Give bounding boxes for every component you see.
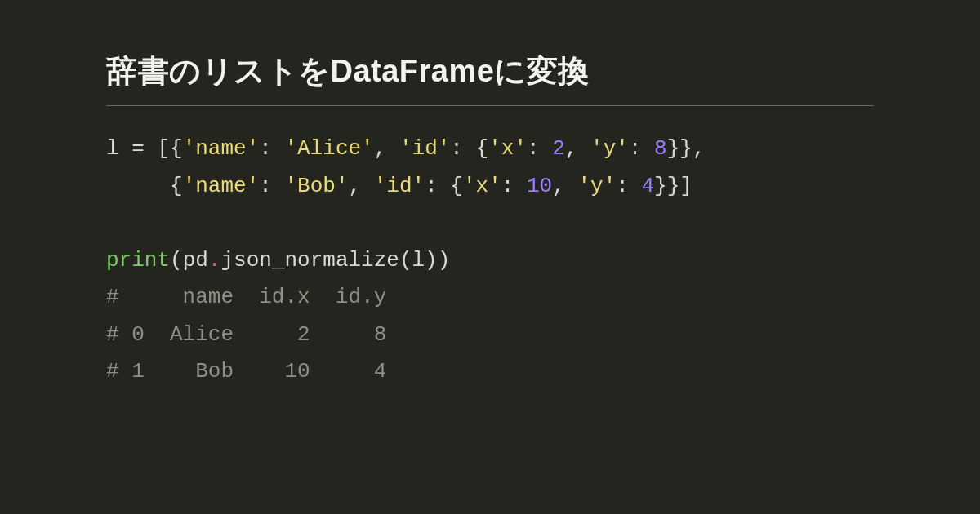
divider bbox=[106, 105, 874, 106]
output-line-1: # name id.x id.y bbox=[106, 285, 386, 309]
output-line-3: # 1 Bob 10 4 bbox=[106, 359, 386, 383]
slide-title: 辞書のリストをDataFrameに変換 bbox=[106, 51, 874, 92]
code-line-1: l = [{'name': 'Alice', 'id': {'x': 2, 'y… bbox=[106, 136, 706, 161]
output-line-2: # 0 Alice 2 8 bbox=[106, 322, 386, 347]
code-line-3: print(pd.json_normalize(l)) bbox=[106, 248, 450, 273]
code-block: l = [{'name': 'Alice', 'id': {'x': 2, 'y… bbox=[106, 131, 874, 391]
slide-container: 辞書のリストをDataFrameに変換 l = [{'name': 'Alice… bbox=[0, 0, 980, 391]
code-line-2: {'name': 'Bob', 'id': {'x': 10, 'y': 4}}… bbox=[106, 174, 693, 198]
